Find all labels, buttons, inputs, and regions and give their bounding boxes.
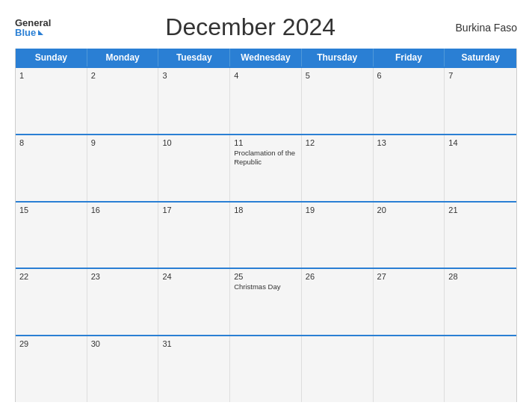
week-row-2: 891011Proclamation of the Republic121314 bbox=[16, 134, 516, 201]
weeks-container: 1234567891011Proclamation of the Republi… bbox=[16, 67, 516, 402]
day-cell-3-6: 28 bbox=[445, 269, 516, 335]
day-headers-row: Sunday Monday Tuesday Wednesday Thursday… bbox=[16, 49, 516, 67]
day-number: 23 bbox=[91, 272, 155, 281]
logo-general-text: General bbox=[15, 18, 51, 28]
day-cell-3-1: 23 bbox=[87, 269, 159, 335]
day-number: 12 bbox=[306, 138, 369, 147]
logo-triangle-icon bbox=[38, 30, 43, 35]
day-cell-3-0: 22 bbox=[16, 269, 87, 335]
day-cell-4-3 bbox=[230, 336, 302, 402]
day-number: 11 bbox=[234, 138, 297, 147]
day-cell-1-1: 9 bbox=[87, 135, 159, 201]
day-number: 25 bbox=[234, 272, 297, 281]
day-cell-2-2: 17 bbox=[158, 203, 230, 268]
day-number: 2 bbox=[91, 71, 155, 80]
day-number: 22 bbox=[19, 272, 83, 281]
day-cell-1-5: 13 bbox=[374, 135, 445, 201]
country-name: Burkina Faso bbox=[450, 22, 517, 34]
header-sunday: Sunday bbox=[16, 49, 87, 67]
day-cell-0-5: 6 bbox=[374, 68, 445, 134]
day-cell-4-2: 31 bbox=[158, 336, 230, 402]
day-cell-4-1: 30 bbox=[87, 336, 159, 402]
day-cell-1-4: 12 bbox=[302, 135, 374, 201]
day-number: 10 bbox=[162, 138, 226, 147]
day-number: 24 bbox=[162, 272, 226, 281]
day-number: 4 bbox=[234, 71, 297, 80]
day-cell-0-2: 3 bbox=[158, 68, 230, 134]
day-cell-3-4: 26 bbox=[302, 269, 374, 335]
day-number: 17 bbox=[162, 206, 226, 214]
day-cell-4-4 bbox=[302, 336, 374, 402]
day-number: 6 bbox=[377, 71, 441, 80]
day-cell-2-1: 16 bbox=[87, 203, 159, 268]
logo-blue-text: Blue bbox=[15, 28, 51, 37]
day-number: 30 bbox=[91, 339, 155, 348]
day-cell-2-4: 19 bbox=[302, 203, 374, 268]
day-number: 15 bbox=[19, 206, 83, 214]
day-number: 9 bbox=[91, 138, 155, 147]
day-cell-4-6 bbox=[445, 336, 516, 402]
day-cell-2-0: 15 bbox=[16, 203, 87, 268]
day-number: 29 bbox=[19, 339, 83, 348]
day-number: 18 bbox=[234, 206, 297, 214]
day-number: 26 bbox=[306, 272, 369, 281]
header-saturday: Saturday bbox=[445, 49, 516, 67]
day-cell-1-2: 10 bbox=[158, 135, 230, 201]
day-number: 1 bbox=[19, 71, 83, 80]
day-cell-0-1: 2 bbox=[87, 68, 159, 134]
calendar-page: General Blue December 2024 Burkina Faso … bbox=[0, 0, 532, 411]
day-cell-1-3: 11Proclamation of the Republic bbox=[230, 135, 302, 201]
week-row-1: 1234567 bbox=[16, 67, 516, 134]
day-cell-3-2: 24 bbox=[158, 269, 230, 335]
day-number: 19 bbox=[306, 206, 369, 214]
day-cell-3-3: 25Christmas Day bbox=[230, 269, 302, 335]
day-cell-3-5: 27 bbox=[374, 269, 445, 335]
day-number: 3 bbox=[162, 71, 226, 80]
logo: General Blue bbox=[15, 18, 51, 37]
day-cell-4-5 bbox=[374, 336, 445, 402]
day-number: 7 bbox=[448, 71, 513, 80]
day-cell-2-5: 20 bbox=[374, 203, 445, 268]
week-row-5: 293031 bbox=[16, 335, 516, 402]
day-number: 31 bbox=[162, 339, 226, 348]
holiday-label: Christmas Day bbox=[234, 282, 297, 291]
day-number: 28 bbox=[448, 272, 513, 281]
day-cell-4-0: 29 bbox=[16, 336, 87, 402]
day-number: 14 bbox=[448, 138, 513, 147]
header-friday: Friday bbox=[374, 49, 445, 67]
holiday-label: Proclamation of the Republic bbox=[234, 149, 297, 167]
month-title: December 2024 bbox=[51, 13, 450, 41]
day-cell-1-6: 14 bbox=[445, 135, 516, 201]
header-thursday: Thursday bbox=[302, 49, 374, 67]
day-number: 8 bbox=[19, 138, 83, 147]
day-cell-1-0: 8 bbox=[16, 135, 87, 201]
day-number: 16 bbox=[91, 206, 155, 214]
header-wednesday: Wednesday bbox=[230, 49, 302, 67]
day-number: 13 bbox=[377, 138, 441, 147]
week-row-4: 22232425Christmas Day262728 bbox=[16, 268, 516, 335]
calendar-grid: Sunday Monday Tuesday Wednesday Thursday… bbox=[15, 49, 517, 402]
day-number: 20 bbox=[377, 206, 441, 214]
day-cell-0-0: 1 bbox=[16, 68, 87, 134]
day-cell-0-6: 7 bbox=[445, 68, 516, 134]
header-tuesday: Tuesday bbox=[158, 49, 230, 67]
week-row-3: 15161718192021 bbox=[16, 201, 516, 268]
day-number: 27 bbox=[377, 272, 441, 281]
day-cell-0-3: 4 bbox=[230, 68, 302, 134]
day-number: 5 bbox=[306, 71, 369, 80]
day-cell-2-3: 18 bbox=[230, 203, 302, 268]
day-cell-0-4: 5 bbox=[302, 68, 374, 134]
header-monday: Monday bbox=[87, 49, 159, 67]
calendar-header: General Blue December 2024 Burkina Faso bbox=[15, 13, 517, 41]
day-number: 21 bbox=[448, 206, 513, 214]
day-cell-2-6: 21 bbox=[445, 203, 516, 268]
